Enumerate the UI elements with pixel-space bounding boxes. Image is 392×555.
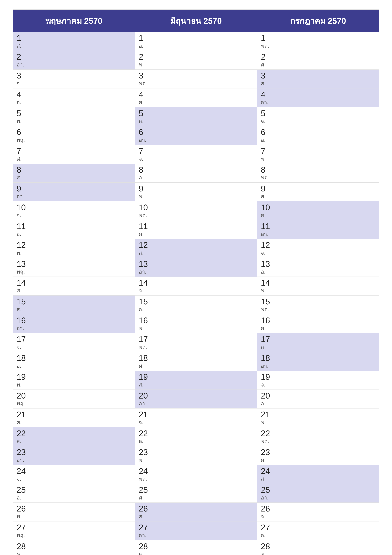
day-row-month0-day4: 4อ. — [13, 88, 135, 107]
day-name-1-2: พ. — [139, 61, 253, 68]
day-name-2-12: จ. — [261, 250, 375, 256]
day-name-2-20: อ. — [261, 400, 375, 407]
day-name-1-22: อ. — [139, 438, 253, 445]
day-number-1-10: 10 — [139, 203, 253, 212]
day-name-0-3: จ. — [17, 80, 131, 87]
day-name-2-14: พ. — [261, 287, 375, 294]
day-name-1-23: พ. — [139, 457, 253, 463]
day-row-month1-day13: 13อา. — [135, 258, 257, 277]
day-number-1-20: 20 — [139, 391, 253, 400]
day-name-1-13: อา. — [139, 269, 253, 275]
day-name-0-16: อา. — [17, 325, 131, 331]
day-number-1-19: 19 — [139, 372, 253, 381]
day-row-month1-day7: 7จ. — [135, 145, 257, 164]
day-number-0-12: 12 — [17, 241, 131, 250]
day-row-month0-day24: 24จ. — [13, 465, 135, 484]
day-number-2-4: 4 — [261, 90, 375, 99]
day-name-2-8: พฤ. — [261, 174, 375, 181]
day-number-2-11: 11 — [261, 222, 375, 231]
day-name-1-28: จ. — [139, 551, 253, 555]
day-number-2-14: 14 — [261, 278, 375, 287]
day-number-0-10: 10 — [17, 203, 131, 212]
day-row-month1-day5: 5ส. — [135, 107, 257, 126]
day-name-1-9: พ. — [139, 193, 253, 200]
day-row-month0-day16: 16อา. — [13, 314, 135, 333]
day-number-1-4: 4 — [139, 90, 253, 99]
day-number-1-21: 21 — [139, 410, 253, 419]
day-row-month2-day26: 26จ. — [257, 503, 379, 521]
day-number-0-6: 6 — [17, 128, 131, 137]
day-name-2-1: พฤ. — [261, 43, 375, 49]
day-name-0-7: ศ. — [17, 155, 131, 162]
day-name-0-4: อ. — [17, 99, 131, 106]
day-name-2-25: อา. — [261, 494, 375, 501]
day-number-0-2: 2 — [17, 52, 131, 61]
day-name-0-2: อา. — [17, 61, 131, 68]
day-row-month1-day21: 21จ. — [135, 409, 257, 427]
day-row-month0-day10: 10จ. — [13, 201, 135, 220]
day-name-0-24: จ. — [17, 475, 131, 482]
day-row-month0-day15: 15ส. — [13, 296, 135, 314]
day-number-2-20: 20 — [261, 391, 375, 400]
day-number-1-9: 9 — [139, 184, 253, 193]
day-number-0-9: 9 — [17, 184, 131, 193]
day-name-2-9: ศ. — [261, 193, 375, 200]
day-name-0-15: ส. — [17, 306, 131, 313]
day-number-0-23: 23 — [17, 448, 131, 457]
day-row-month1-day11: 11ศ. — [135, 220, 257, 239]
day-number-1-11: 11 — [139, 222, 253, 231]
day-name-2-27: อ. — [261, 532, 375, 539]
day-name-0-12: พ. — [17, 250, 131, 256]
day-number-2-7: 7 — [261, 146, 375, 155]
day-row-month1-day19: 19ส. — [135, 371, 257, 390]
day-name-1-15: อ. — [139, 306, 253, 313]
day-number-0-13: 13 — [17, 259, 131, 269]
day-row-month2-day15: 15พฤ. — [257, 296, 379, 314]
day-row-month0-day17: 17จ. — [13, 333, 135, 352]
day-row-month2-day21: 21พ. — [257, 409, 379, 427]
day-row-month1-day2: 2พ. — [135, 51, 257, 70]
day-row-month0-day21: 21ศ. — [13, 409, 135, 427]
day-name-2-21: พ. — [261, 419, 375, 426]
day-number-0-28: 28 — [17, 542, 131, 551]
day-number-0-25: 25 — [17, 485, 131, 494]
day-name-1-7: จ. — [139, 155, 253, 162]
day-number-2-1: 1 — [261, 34, 375, 43]
day-number-0-5: 5 — [17, 109, 131, 118]
day-row-month1-day26: 26ส. — [135, 503, 257, 521]
day-number-2-26: 26 — [261, 504, 375, 513]
day-row-month2-day4: 4อา. — [257, 88, 379, 107]
day-row-month0-day11: 11อ. — [13, 220, 135, 239]
day-number-2-10: 10 — [261, 203, 375, 212]
day-name-1-16: พ. — [139, 325, 253, 331]
day-number-0-14: 14 — [17, 278, 131, 287]
day-number-0-15: 15 — [17, 297, 131, 306]
day-row-month2-day16: 16ศ. — [257, 314, 379, 333]
day-number-0-24: 24 — [17, 467, 131, 475]
day-number-0-3: 3 — [17, 71, 131, 80]
day-name-2-6: อ. — [261, 137, 375, 143]
day-row-month1-day22: 22อ. — [135, 427, 257, 446]
day-name-2-7: พ. — [261, 155, 375, 162]
day-number-1-24: 24 — [139, 467, 253, 475]
day-name-0-11: อ. — [17, 231, 131, 237]
day-number-1-2: 2 — [139, 52, 253, 61]
day-row-month0-day20: 20พฤ. — [13, 390, 135, 409]
day-name-1-21: จ. — [139, 419, 253, 426]
day-number-2-6: 6 — [261, 128, 375, 137]
day-row-month1-day14: 14จ. — [135, 277, 257, 296]
day-number-0-17: 17 — [17, 335, 131, 344]
day-row-month0-day1: 1ส. — [13, 32, 135, 51]
day-row-month0-day19: 19พ. — [13, 371, 135, 390]
day-number-2-22: 22 — [261, 429, 375, 438]
day-number-0-26: 26 — [17, 504, 131, 513]
day-row-month1-day25: 25ศ. — [135, 484, 257, 503]
day-number-2-18: 18 — [261, 354, 375, 363]
day-row-month0-day25: 25อ. — [13, 484, 135, 503]
day-name-2-19: จ. — [261, 381, 375, 388]
day-name-0-28: ศ. — [17, 551, 131, 555]
day-number-2-23: 23 — [261, 448, 375, 457]
day-number-1-28: 28 — [139, 542, 253, 551]
day-row-month2-day20: 20อ. — [257, 390, 379, 409]
month-header-1: มิถุนายน 2570 — [135, 10, 257, 32]
